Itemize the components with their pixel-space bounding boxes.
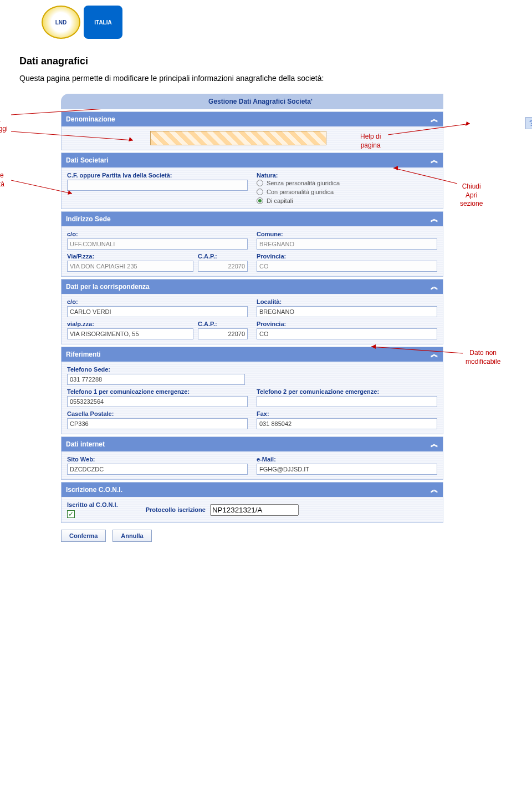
logo-bar: LND ITALIA bbox=[42, 6, 515, 39]
chevron-up-icon[interactable]: ︽ bbox=[431, 114, 438, 124]
coni-checkbox[interactable]: ✓ bbox=[67, 510, 75, 518]
rif-tel1-label: Telefono 1 per comunicazione emergenze: bbox=[67, 388, 248, 395]
cf-input bbox=[67, 180, 248, 191]
form-titlebar: Gestione Dati Anagrafici Societa' bbox=[61, 94, 443, 109]
coni-protocollo-input[interactable] bbox=[210, 504, 299, 516]
callout-codice-societa: Codice Società bbox=[0, 171, 10, 189]
callout-area-messaggi: Area messaggi bbox=[0, 116, 10, 133]
section-riferimenti: Riferimenti ︽ Telefono Sede: Telefono 1 … bbox=[61, 347, 443, 434]
int-email-label: e-Mail: bbox=[257, 456, 437, 463]
sede-via-label: Via/P.zza: bbox=[67, 253, 193, 260]
natura-opt-1-label: Con personalità giuridica bbox=[267, 189, 334, 195]
sede-via-input[interactable] bbox=[67, 261, 193, 272]
sede-comune-label: Comune: bbox=[257, 231, 437, 237]
corr-co-label: c/o: bbox=[67, 298, 248, 305]
coni-protocollo-label: Protocollo iscrizione bbox=[146, 506, 206, 513]
sede-comune-input[interactable] bbox=[257, 238, 437, 250]
logo-italia: ITALIA bbox=[84, 6, 122, 39]
section-dati-societari: Dati Societari ︽ C.F. oppure Partita Iva… bbox=[61, 153, 443, 209]
int-sito-label: Sito Web: bbox=[67, 456, 248, 463]
corr-loc-label: Località: bbox=[257, 298, 437, 305]
section-corrispondenza: Dati per la corrispondenza ︽ c/o: Locali… bbox=[61, 279, 443, 344]
logo-lnd: LND bbox=[42, 6, 80, 39]
help-icon[interactable]: ? bbox=[525, 117, 532, 129]
section-title-indirizzo-sede: Indirizzo Sede bbox=[66, 215, 111, 223]
natura-opt-0[interactable]: Senza personalità giuridica bbox=[257, 180, 437, 186]
section-internet: Dati internet ︽ Sito Web: e-Mail: bbox=[61, 436, 443, 480]
section-indirizzo-sede: Indirizzo Sede ︽ c/o: Comune: Via/P.zza:… bbox=[61, 211, 443, 277]
rif-tel2-input[interactable] bbox=[257, 396, 437, 407]
rif-fax-input[interactable] bbox=[257, 418, 437, 429]
chevron-up-icon[interactable]: ︽ bbox=[431, 439, 438, 449]
rif-fax-label: Fax: bbox=[257, 410, 437, 417]
natura-radio-group: Senza personalità giuridica Con personal… bbox=[257, 180, 437, 204]
chevron-up-icon[interactable]: ︽ bbox=[431, 485, 438, 495]
sede-cap-label: C.A.P.: bbox=[198, 253, 248, 260]
chevron-up-icon[interactable]: ︽ bbox=[431, 282, 438, 292]
sede-prov-input[interactable] bbox=[257, 261, 437, 272]
chevron-up-icon[interactable]: ︽ bbox=[431, 349, 438, 359]
rif-casella-input[interactable] bbox=[67, 418, 248, 429]
corr-cap-input[interactable] bbox=[198, 328, 248, 339]
natura-label: Natura: bbox=[257, 172, 437, 179]
natura-opt-1[interactable]: Con personalità giuridica bbox=[257, 189, 437, 195]
denominazione-locked-field bbox=[150, 131, 326, 145]
corr-loc-input[interactable] bbox=[257, 306, 437, 317]
section-title-coni: Iscrizione C.O.N.I. bbox=[66, 486, 122, 494]
section-title-dati-societari: Dati Societari bbox=[66, 156, 109, 164]
corr-prov-input[interactable] bbox=[257, 328, 437, 339]
section-denominazione: Denominazione ︽ bbox=[61, 111, 443, 150]
corr-via-label: via/p.zza: bbox=[67, 321, 193, 327]
sede-cap-input[interactable] bbox=[198, 261, 248, 272]
form-area: Gestione Dati Anagrafici Societa' ? Deno… bbox=[61, 94, 443, 542]
int-email-input[interactable] bbox=[257, 464, 437, 475]
corr-via-input[interactable] bbox=[67, 328, 193, 339]
rif-tel2-label: Telefono 2 per comunicazione emergenze: bbox=[257, 388, 437, 395]
sede-co-label: c/o: bbox=[67, 231, 248, 237]
corr-prov-label: Provincia: bbox=[257, 321, 437, 327]
section-title-corrispondenza: Dati per la corrispondenza bbox=[66, 283, 150, 291]
main-area: Area messaggi Codice Società Help di pag… bbox=[17, 94, 515, 542]
sede-prov-label: Provincia: bbox=[257, 253, 437, 260]
page-description: Questa pagina permette di modificare le … bbox=[19, 74, 515, 83]
form-title: Gestione Dati Anagrafici Societa' bbox=[78, 94, 443, 109]
natura-opt-2[interactable]: Di capitali bbox=[257, 197, 437, 204]
corr-cap-label: C.A.P.: bbox=[198, 321, 248, 327]
natura-opt-0-label: Senza personalità giuridica bbox=[267, 180, 340, 186]
section-title-denominazione: Denominazione bbox=[66, 115, 115, 123]
rif-casella-label: Casella Postale: bbox=[67, 410, 248, 417]
coni-iscritto-label: Iscritto al C.O.N.I. bbox=[67, 501, 118, 508]
section-title-internet: Dati internet bbox=[66, 440, 105, 448]
section-title-riferimenti: Riferimenti bbox=[66, 351, 101, 358]
rif-tel1-input[interactable] bbox=[67, 396, 248, 407]
chevron-up-icon[interactable]: ︽ bbox=[431, 155, 438, 165]
button-row: Conferma Annulla bbox=[61, 530, 443, 542]
sede-co-input[interactable] bbox=[67, 238, 248, 250]
section-coni: Iscrizione C.O.N.I. ︽ Iscritto al C.O.N.… bbox=[61, 482, 443, 523]
corr-co-input[interactable] bbox=[67, 306, 248, 317]
page-title: Dati anagrafici bbox=[19, 55, 515, 67]
conferma-button[interactable]: Conferma bbox=[61, 530, 106, 542]
callout-help-di-pagina: Help di pagina bbox=[360, 133, 381, 150]
rif-telsede-input[interactable] bbox=[67, 374, 245, 385]
int-sito-input[interactable] bbox=[67, 464, 248, 475]
cf-label: C.F. oppure Partita Iva della Società: bbox=[67, 172, 248, 179]
rif-telsede-label: Telefono Sede: bbox=[67, 366, 245, 373]
callout-chiudi-apri: Chiudi Apri sezione bbox=[460, 182, 483, 209]
callout-dato-non-mod: Dato non modificabile bbox=[466, 349, 500, 366]
natura-opt-2-label: Di capitali bbox=[267, 197, 293, 204]
svg-marker-7 bbox=[466, 121, 470, 126]
chevron-up-icon[interactable]: ︽ bbox=[431, 214, 438, 224]
annulla-button[interactable]: Annulla bbox=[112, 530, 151, 542]
